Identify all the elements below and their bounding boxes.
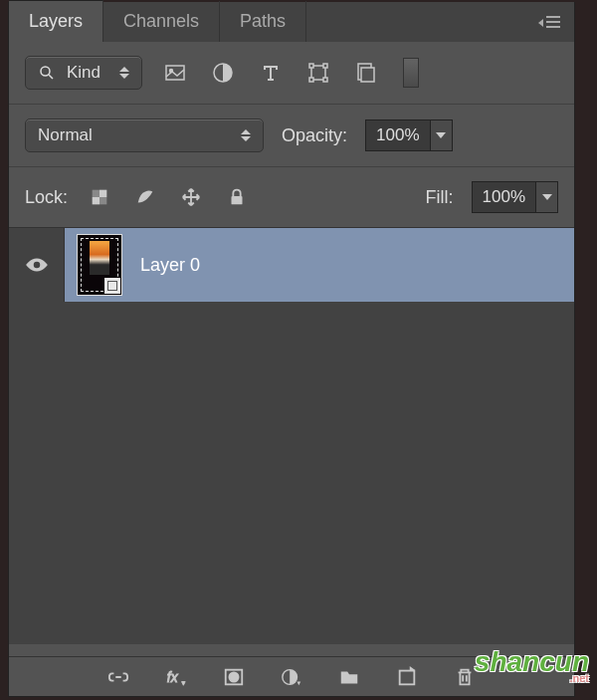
group-button[interactable] [335, 663, 363, 691]
tab-channels[interactable]: Channels [103, 1, 220, 42]
svg-point-19 [229, 672, 238, 681]
blend-mode-dropdown[interactable]: Normal [25, 118, 264, 152]
opacity-value[interactable]: 100% [365, 119, 430, 151]
filter-kind-label: Kind [67, 63, 100, 83]
fill-value[interactable]: 100% [472, 181, 536, 213]
layers-list: Layer 0 [9, 228, 574, 644]
filter-adjustment-icon[interactable] [208, 60, 238, 86]
filter-smart-icon[interactable] [351, 60, 381, 86]
blend-mode-value: Normal [38, 125, 93, 145]
svg-rect-15 [100, 197, 106, 204]
tab-layers[interactable]: Layers [9, 0, 103, 42]
layer-thumbnail[interactable] [77, 234, 122, 296]
spinner-icon [119, 67, 129, 79]
link-layers-button[interactable] [104, 663, 132, 691]
filter-type-icon[interactable] [256, 60, 286, 86]
svg-line-1 [49, 75, 53, 79]
opacity-label: Opacity: [282, 125, 347, 146]
svg-text:fx: fx [167, 669, 179, 684]
new-layer-button[interactable] [393, 663, 421, 691]
search-icon [38, 64, 56, 82]
spinner-icon [241, 129, 251, 141]
svg-rect-6 [309, 64, 313, 68]
layer-selected[interactable]: Layer 0 [65, 228, 574, 302]
fill-label: Fill: [426, 187, 454, 208]
layer-row[interactable]: Layer 0 [9, 228, 574, 302]
smart-object-badge [104, 278, 120, 294]
svg-rect-11 [361, 68, 374, 82]
lock-row: Lock: Fill: 100% [9, 167, 574, 228]
blend-row: Normal Opacity: 100% [9, 105, 574, 167]
svg-rect-12 [93, 190, 100, 197]
watermark: shancun.net [475, 646, 589, 684]
filter-kind-dropdown[interactable]: Kind [25, 56, 142, 90]
filter-row: Kind [9, 42, 574, 105]
svg-rect-14 [93, 197, 100, 204]
svg-rect-21 [400, 670, 415, 684]
chevron-down-icon[interactable] [536, 181, 558, 213]
adjustment-layer-button[interactable] [278, 663, 305, 691]
filter-pixel-icon[interactable] [160, 60, 190, 86]
svg-point-0 [41, 67, 50, 76]
filter-toggle-switch[interactable] [403, 58, 419, 88]
panel-menu-icon[interactable] [546, 16, 566, 30]
svg-rect-13 [100, 190, 106, 197]
panel-tabs: Layers Channels Paths [9, 2, 574, 42]
svg-rect-7 [323, 64, 327, 68]
fill-field[interactable]: 100% [472, 181, 558, 213]
opacity-field[interactable]: 100% [365, 119, 452, 151]
lock-transparency-icon[interactable] [86, 184, 113, 210]
layer-style-button[interactable]: fx [162, 663, 190, 691]
svg-rect-16 [232, 196, 243, 204]
lock-label: Lock: [25, 187, 68, 208]
visibility-toggle[interactable] [9, 228, 65, 302]
svg-rect-9 [323, 78, 327, 82]
tab-paths[interactable]: Paths [220, 1, 306, 42]
lock-pixels-icon[interactable] [131, 184, 159, 210]
layers-panel: Layers Channels Paths Kind Normal Opacit… [8, 2, 575, 697]
lock-position-icon[interactable] [177, 184, 205, 210]
filter-shape-icon[interactable] [303, 60, 333, 86]
layer-name-label[interactable]: Layer 0 [140, 255, 200, 276]
chevron-down-icon[interactable] [431, 119, 453, 151]
lock-all-icon[interactable] [223, 184, 251, 210]
eye-icon [24, 256, 50, 274]
svg-rect-8 [309, 78, 313, 82]
layer-mask-button[interactable] [220, 663, 248, 691]
